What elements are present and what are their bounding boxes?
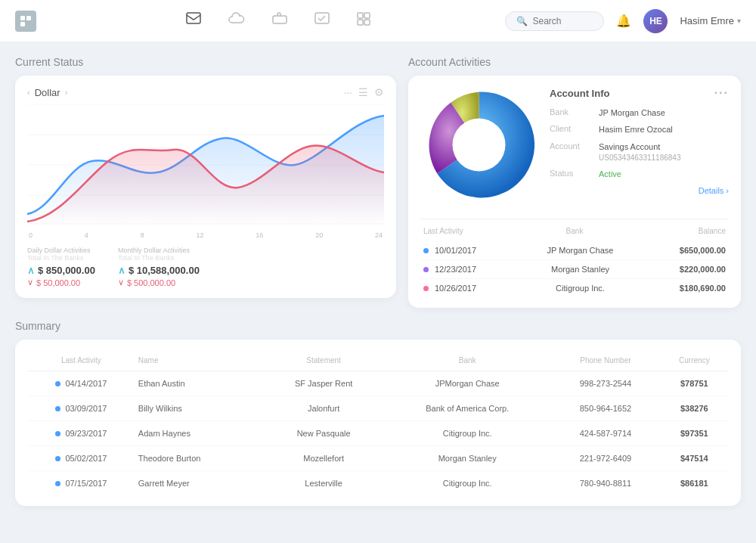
down-arrow-icon: ∨ bbox=[27, 278, 33, 287]
daily-up-value: ∧ $ 850,000.00 bbox=[27, 265, 95, 276]
svg-rect-2 bbox=[20, 22, 25, 26]
nav-icons bbox=[74, 9, 482, 33]
nav-right: 🔍 🔔 HE Hasim Emre ▾ bbox=[505, 9, 741, 33]
summary-column-header: Currency bbox=[660, 350, 729, 371]
summary-row: 04/14/2017 Ethan Austin SF Jasper Rent J… bbox=[27, 371, 729, 396]
account-info-title: Account Info ··· bbox=[550, 86, 729, 100]
summary-statement: SF Jasper Rent bbox=[264, 371, 384, 396]
chevron-right-icon: › bbox=[726, 186, 729, 195]
chevron-down-icon: ▾ bbox=[737, 17, 741, 25]
summary-phone: 850-964-1652 bbox=[551, 396, 660, 421]
summary-row: 05/02/2017 Theodore Burton Mozellefort M… bbox=[27, 446, 729, 471]
row-dot bbox=[55, 481, 60, 486]
down-arrow-icon-2: ∨ bbox=[118, 278, 124, 287]
summary-row: 09/23/2017 Adam Haynes New Pasquale Citi… bbox=[27, 421, 729, 446]
up-arrow-icon-2: ∧ bbox=[118, 265, 125, 276]
summary-column-header: Statement bbox=[264, 350, 384, 371]
svg-rect-7 bbox=[364, 13, 370, 18]
current-status-section: Current Status ‹ Dollar › ··· ☰ ⚙ bbox=[15, 56, 396, 308]
svg-rect-8 bbox=[358, 20, 363, 25]
summary-table: Last ActivityNameStatementBankPhone Numb… bbox=[27, 350, 729, 495]
bank-info-row: Bank JP Morgan Chase bbox=[550, 107, 729, 119]
svg-rect-0 bbox=[20, 16, 25, 20]
nav-briefcase[interactable] bbox=[269, 9, 290, 33]
chart-next-button[interactable]: › bbox=[65, 88, 68, 97]
summary-statement: New Pasquale bbox=[264, 421, 384, 446]
summary-title: Summary bbox=[15, 320, 741, 332]
summary-name: Billy Wilkins bbox=[135, 396, 264, 421]
summary-phone: 221-972-6409 bbox=[551, 446, 660, 471]
summary-card: Last ActivityNameStatementBankPhone Numb… bbox=[15, 340, 741, 506]
monthly-up-value: ∧ $ 10,588,000.00 bbox=[118, 265, 200, 276]
activity-row: 10/26/2017 Citigroup Inc. $180,690.00 bbox=[420, 279, 729, 297]
activity-table-header: Last Activity Bank Balance bbox=[420, 227, 729, 235]
nav-cloud[interactable] bbox=[225, 9, 248, 33]
activity-rows: 10/01/2017 JP Morgan Chase $650,000.00 1… bbox=[420, 241, 729, 297]
pie-chart bbox=[420, 86, 538, 206]
search-input[interactable] bbox=[532, 16, 593, 26]
summary-statement: Lesterville bbox=[264, 471, 384, 496]
summary-column-header: Last Activity bbox=[27, 350, 135, 371]
dots-icon[interactable]: ··· bbox=[343, 86, 352, 98]
summary-row: 07/15/2017 Garrett Meyer Lesterville Cit… bbox=[27, 471, 729, 496]
row-dot bbox=[55, 456, 60, 461]
daily-down-value: ∨ $ 50,000.00 bbox=[27, 278, 95, 287]
account-top: Account Info ··· Bank JP Morgan Chase Cl… bbox=[420, 86, 729, 206]
summary-currency: $47514 bbox=[660, 446, 729, 471]
nav-grid[interactable] bbox=[354, 9, 373, 33]
summary-date: 09/23/2017 bbox=[27, 421, 135, 446]
summary-name: Garrett Meyer bbox=[135, 471, 264, 496]
activity-balance: $650,000.00 bbox=[629, 246, 726, 255]
chart-currency-label: Dollar bbox=[35, 87, 60, 98]
summary-date: 07/15/2017 bbox=[27, 471, 135, 496]
chart-header: ‹ Dollar › ··· ☰ ⚙ bbox=[27, 86, 384, 98]
summary-phone: 998-273-2544 bbox=[551, 371, 660, 396]
account-activities-title: Account Activities bbox=[408, 56, 741, 68]
summary-column-header: Bank bbox=[383, 350, 551, 371]
chart-card: ‹ Dollar › ··· ☰ ⚙ bbox=[15, 76, 396, 298]
summary-bank: JPMorgan Chase bbox=[383, 371, 551, 396]
activity-dot bbox=[423, 286, 429, 291]
activity-bank: JP Morgan Chase bbox=[531, 246, 628, 255]
summary-bank: Citigroup Inc. bbox=[383, 421, 551, 446]
activity-date: 10/26/2017 bbox=[435, 284, 531, 293]
search-box[interactable]: 🔍 bbox=[505, 11, 604, 31]
details-link[interactable]: Details › bbox=[550, 186, 729, 195]
account-info-row: Account Savings Account US05343463311186… bbox=[550, 141, 729, 163]
logo-icon bbox=[15, 11, 36, 32]
navbar: 🔍 🔔 HE Hasim Emre ▾ bbox=[0, 0, 756, 42]
summary-table-head: Last ActivityNameStatementBankPhone Numb… bbox=[27, 350, 729, 371]
row-dot bbox=[55, 431, 60, 436]
svg-rect-6 bbox=[358, 13, 363, 18]
account-dots-menu[interactable]: ··· bbox=[714, 86, 729, 100]
top-row: Current Status ‹ Dollar › ··· ☰ ⚙ bbox=[15, 56, 741, 308]
nav-check[interactable] bbox=[311, 9, 333, 33]
monthly-label: Monthly Dollar ActivitiesTotal In The Ba… bbox=[118, 247, 200, 262]
activity-bank: Morgan Stanley bbox=[531, 265, 628, 274]
summary-name: Theodore Burton bbox=[135, 446, 264, 471]
settings-icon[interactable]: ⚙ bbox=[374, 86, 384, 98]
summary-row: 03/09/2017 Billy Wilkins Jalonfurt Bank … bbox=[27, 396, 729, 421]
chart-area bbox=[27, 104, 384, 225]
list-icon[interactable]: ☰ bbox=[358, 86, 368, 98]
summary-bank: Citigroup Inc. bbox=[383, 471, 551, 496]
up-arrow-icon: ∧ bbox=[27, 265, 35, 276]
summary-statement: Jalonfurt bbox=[264, 396, 384, 421]
summary-name: Ethan Austin bbox=[135, 371, 264, 396]
summary-date: 03/09/2017 bbox=[27, 396, 135, 421]
user-name[interactable]: Hasim Emre ▾ bbox=[680, 15, 741, 26]
chart-prev-button[interactable]: ‹ bbox=[27, 88, 30, 97]
summary-currency: $97351 bbox=[660, 421, 729, 446]
monthly-stats: Monthly Dollar ActivitiesTotal In The Ba… bbox=[118, 247, 200, 287]
main-content: Current Status ‹ Dollar › ··· ☰ ⚙ bbox=[0, 42, 756, 520]
chart-icons: ··· ☰ ⚙ bbox=[343, 86, 384, 98]
activity-date: 10/01/2017 bbox=[435, 246, 531, 255]
x-axis-labels: 0 4 8 12 16 20 24 bbox=[27, 231, 384, 239]
bell-icon[interactable]: 🔔 bbox=[616, 14, 631, 28]
activity-dot bbox=[423, 248, 429, 253]
nav-mail[interactable] bbox=[183, 9, 204, 33]
summary-statement: Mozellefort bbox=[264, 446, 384, 471]
summary-currency: $78751 bbox=[660, 371, 729, 396]
chart-stats: Daily Dollar ActivitiesTotal In The Bank… bbox=[27, 247, 384, 287]
row-dot bbox=[55, 406, 60, 411]
